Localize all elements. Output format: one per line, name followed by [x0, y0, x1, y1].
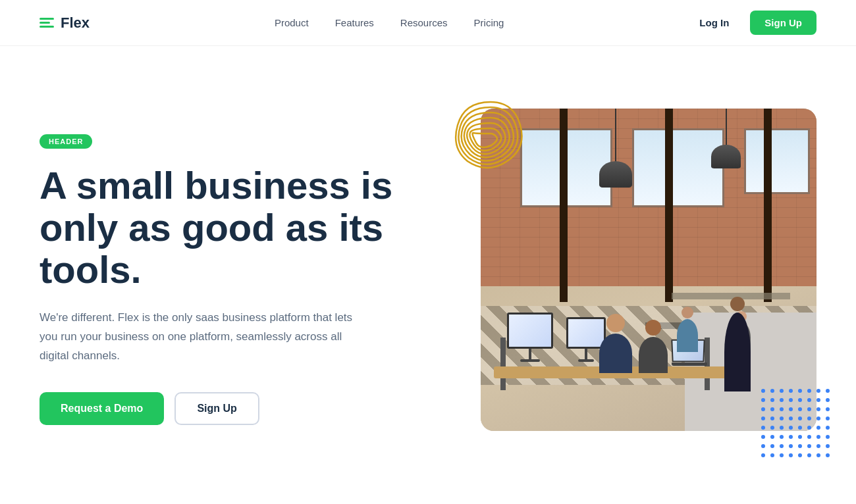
brand-logo[interactable]: Flex	[40, 14, 90, 32]
signup-nav-button[interactable]: Sign Up	[750, 11, 816, 35]
hero-badge: HEADER	[40, 134, 92, 149]
nav-item-resources[interactable]: Resources	[400, 17, 448, 28]
gold-swirl-decoration	[448, 95, 533, 181]
hero-buttons: Request a Demo Sign Up	[40, 392, 402, 425]
navbar: Flex Product Features Resources Pricing …	[0, 0, 856, 46]
signup-hero-button[interactable]: Sign Up	[174, 392, 259, 425]
brand-name: Flex	[61, 14, 90, 32]
login-button[interactable]: Log In	[689, 12, 739, 34]
nav-item-pricing[interactable]: Pricing	[474, 17, 504, 28]
hero-image-area	[428, 95, 816, 464]
nav-item-features[interactable]: Features	[335, 17, 374, 28]
nav-actions: Log In Sign Up	[689, 11, 816, 35]
nav-item-product[interactable]: Product	[275, 17, 309, 28]
hero-description: We're different. Flex is the only saas b…	[40, 309, 369, 366]
blue-dots-decoration	[761, 389, 830, 457]
hero-title: A small business is only as good as its …	[40, 164, 402, 290]
hero-content: HEADER A small business is only as good …	[40, 134, 428, 425]
hero-section: HEADER A small business is only as good …	[0, 46, 856, 500]
request-demo-button[interactable]: Request a Demo	[40, 392, 164, 425]
nav-links: Product Features Resources Pricing	[275, 17, 504, 29]
logo-icon	[40, 18, 54, 28]
